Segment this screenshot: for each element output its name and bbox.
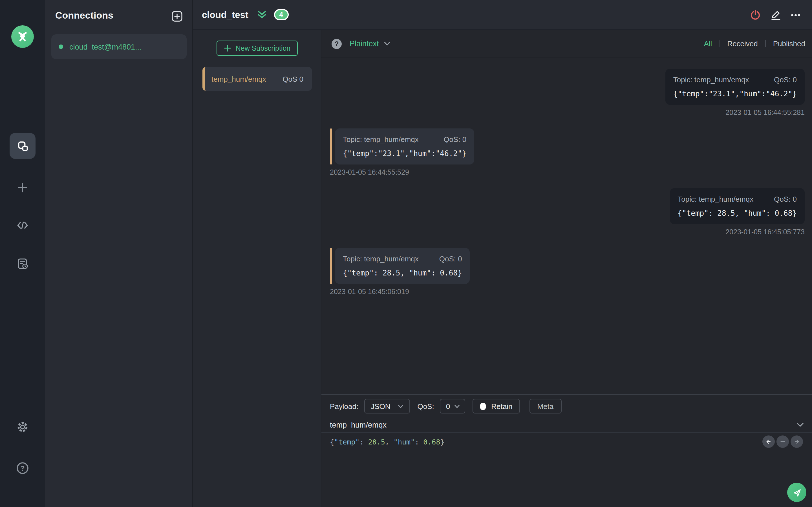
message-timestamp: 2023-01-05 16:45:06:019 xyxy=(330,288,470,296)
publish-toolbar: Payload: JSON QoS: 0 Retain Meta xyxy=(321,395,812,417)
pencil-icon xyxy=(769,9,781,21)
payload-format-help-icon[interactable]: ? xyxy=(332,39,342,49)
message-qos: QoS: 0 xyxy=(439,255,462,263)
subscriptions-panel: New Subscription temp_hum/emqx QoS 0 xyxy=(193,30,321,507)
ellipsis-icon xyxy=(790,9,801,20)
left-arrow-icon xyxy=(765,438,772,446)
plus-icon xyxy=(224,45,231,52)
edit-connection-button[interactable] xyxy=(769,9,781,21)
messages-area: ? Plaintext All Received Published Topic… xyxy=(321,30,812,394)
connections-icon xyxy=(16,139,29,152)
topic-input[interactable]: temp_hum/emqx xyxy=(330,420,387,429)
prev-message-button[interactable] xyxy=(762,436,775,448)
mqttx-logo-icon[interactable] xyxy=(11,25,34,48)
payload-label: Payload: xyxy=(330,402,358,410)
filter-all[interactable]: All xyxy=(704,40,712,48)
help-icon: ? xyxy=(16,461,29,475)
connection-item-label: cloud_test@m4801... xyxy=(69,43,142,51)
more-options-button[interactable] xyxy=(790,9,802,21)
message-qos: QoS: 0 xyxy=(444,135,466,144)
message-payload: {"temp": 28.5, "hum": 0.68} xyxy=(343,269,462,277)
next-message-button[interactable] xyxy=(791,436,803,448)
settings-button[interactable] xyxy=(16,421,29,433)
meta-button[interactable]: Meta xyxy=(529,399,561,413)
chevron-down-icon[interactable] xyxy=(383,40,391,48)
qos-dropdown[interactable]: 0 xyxy=(440,399,465,413)
payload-format-dropdown[interactable]: JSON xyxy=(364,399,410,413)
icon-rail: ? xyxy=(0,0,45,507)
message-payload: {"temp":"23.1","hum":"46.2"} xyxy=(673,90,797,98)
publish-editor: Payload: JSON QoS: 0 Retain Meta temp_hu… xyxy=(321,394,812,507)
json-token: "hum" xyxy=(394,438,415,446)
header-actions xyxy=(749,0,802,30)
clear-history-button[interactable] xyxy=(776,436,789,448)
right-arrow-icon xyxy=(793,438,801,446)
message-published[interactable]: Topic: temp_hum/emqx QoS: 0 {"temp": 28.… xyxy=(670,188,805,236)
log-button[interactable] xyxy=(16,258,29,270)
plus-square-icon xyxy=(171,10,183,22)
filter-received[interactable]: Received xyxy=(727,40,758,48)
mqttx-window: ? Connections cloud_test@m4801... cloud_… xyxy=(0,0,812,507)
retain-indicator-dot xyxy=(480,402,486,410)
add-connection-button[interactable] xyxy=(171,10,183,22)
nav-connections-active[interactable] xyxy=(10,133,36,159)
collapse-panel-button[interactable] xyxy=(256,10,267,19)
script-button[interactable] xyxy=(16,219,29,231)
send-button[interactable] xyxy=(787,483,806,502)
topic-color-bar xyxy=(330,128,332,165)
json-token: : xyxy=(415,438,423,446)
message-filters: All Received Published xyxy=(704,40,805,48)
message-timestamp: 2023-01-05 16:44:55:529 xyxy=(330,168,474,176)
payload-format-value: JSON xyxy=(371,402,390,410)
subscription-item[interactable]: temp_hum/emqx QoS 0 xyxy=(202,67,312,91)
power-icon xyxy=(749,9,761,21)
connection-item[interactable]: cloud_test@m4801... xyxy=(51,34,187,59)
payload-code-line[interactable]: {"temp": 28.5, "hum": 0.68} xyxy=(330,438,445,446)
disconnect-button[interactable] xyxy=(749,9,761,21)
filter-divider xyxy=(719,40,720,47)
json-token: 28.5 xyxy=(368,438,385,446)
message-topic: Topic: temp_hum/emqx xyxy=(343,135,419,144)
minus-icon xyxy=(779,438,786,446)
payload-editor[interactable]: {"temp": 28.5, "hum": 0.68} xyxy=(321,433,812,507)
connections-title: Connections xyxy=(55,10,113,21)
code-icon xyxy=(16,219,29,231)
message-received[interactable]: Topic: temp_hum/emqx QoS: 0 {"temp":"23.… xyxy=(330,128,474,176)
plus-icon xyxy=(16,181,29,194)
gear-icon xyxy=(16,421,29,433)
collapse-editor-button[interactable] xyxy=(796,420,805,429)
topic-color-bar xyxy=(330,248,332,284)
topic-input-row: temp_hum/emqx xyxy=(321,417,812,433)
qos-value: 0 xyxy=(446,402,450,410)
message-published[interactable]: Topic: temp_hum/emqx QoS: 0 {"temp":"23.… xyxy=(665,69,805,117)
json-token: "temp" xyxy=(334,438,359,446)
log-icon xyxy=(16,258,29,270)
connected-status-dot xyxy=(59,45,63,49)
connections-panel: Connections cloud_test@m4801... xyxy=(45,0,193,507)
new-subscription-button[interactable]: New Subscription xyxy=(216,41,298,56)
connection-title: cloud_test xyxy=(202,9,248,20)
json-token: : xyxy=(359,438,368,446)
help-button[interactable]: ? xyxy=(16,462,29,474)
message-payload: {"temp":"23.1","hum":"46.2"} xyxy=(343,149,466,158)
message-topic: Topic: temp_hum/emqx xyxy=(677,195,753,203)
message-topic: Topic: temp_hum/emqx xyxy=(673,75,749,84)
message-list: Topic: temp_hum/emqx QoS: 0 {"temp":"23.… xyxy=(321,58,812,307)
subscription-qos: QoS 0 xyxy=(283,75,303,83)
chevron-down-icon xyxy=(796,420,805,429)
new-connection-button[interactable] xyxy=(16,181,29,194)
unread-count-badge[interactable]: 4 xyxy=(274,9,289,20)
payload-format-select[interactable]: Plaintext xyxy=(350,40,379,48)
retain-toggle[interactable]: Retain xyxy=(472,399,520,413)
paper-plane-icon xyxy=(792,487,802,498)
qos-label: QoS: xyxy=(417,402,434,410)
message-topic: Topic: temp_hum/emqx xyxy=(343,255,419,263)
message-received[interactable]: Topic: temp_hum/emqx QoS: 0 {"temp": 28.… xyxy=(330,248,470,296)
json-token: 0.68 xyxy=(423,438,440,446)
new-subscription-label: New Subscription xyxy=(236,44,291,52)
filter-published[interactable]: Published xyxy=(773,40,805,48)
messages-toolbar: ? Plaintext All Received Published xyxy=(321,30,812,58)
filter-divider xyxy=(765,40,766,47)
message-nav-buttons xyxy=(762,436,803,448)
chevron-down-icon xyxy=(397,402,405,410)
